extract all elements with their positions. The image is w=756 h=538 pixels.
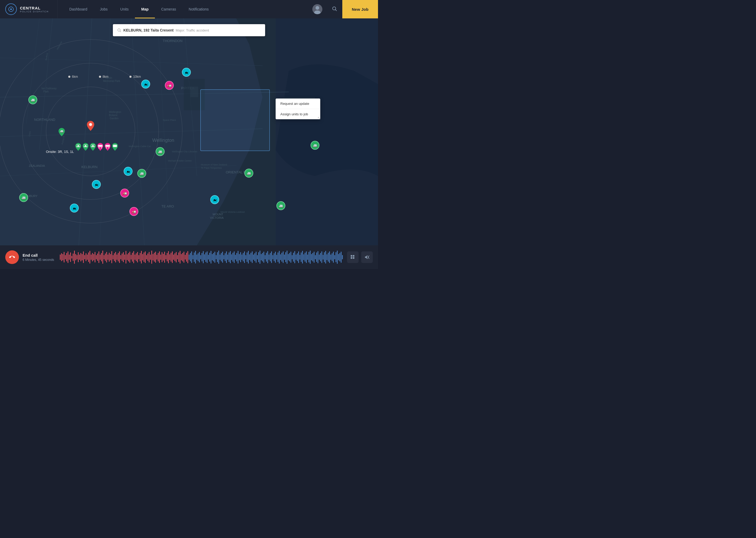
unit-green-van-rightedge[interactable]: 🚐	[310, 141, 319, 150]
incident-pin[interactable]	[86, 120, 95, 131]
context-menu-assign-units[interactable]: Assign units to job	[276, 109, 320, 119]
unit-pink-truck-1[interactable]: 🚛	[165, 81, 174, 90]
svg-rect-138	[148, 253, 148, 261]
unit-pink-truck-lower[interactable]: 🚛	[120, 188, 129, 197]
svg-rect-99	[97, 253, 98, 261]
svg-rect-228	[263, 252, 264, 263]
unit-pin-green-van[interactable]	[75, 142, 82, 152]
grid-button[interactable]	[347, 251, 358, 263]
header: CENTRAL POLICE DISPATCH Dashboard Jobs U…	[0, 0, 378, 19]
svg-text:Space Place: Space Place	[163, 119, 176, 121]
svg-rect-168	[186, 253, 187, 262]
nav-map[interactable]: Map	[135, 0, 155, 19]
end-call-button[interactable]	[5, 250, 19, 264]
unit-green-van-midright[interactable]: 🚐	[137, 169, 146, 178]
svg-rect-257	[301, 252, 302, 262]
call-duration: 6 Minutes, 45 seconds	[23, 258, 54, 262]
svg-rect-111	[113, 255, 114, 259]
svg-rect-285	[337, 250, 338, 264]
svg-rect-96	[93, 254, 94, 260]
map-search-bar[interactable]: KELBURN, 192 Taita Cresent Major: Traffi…	[113, 24, 265, 36]
svg-text:Wellington: Wellington	[109, 111, 121, 114]
svg-rect-110	[111, 251, 112, 263]
unit-pin-green-van-2[interactable]	[82, 142, 89, 152]
unit-green-van-mid[interactable]: 🚐	[156, 147, 165, 156]
context-menu-request-update[interactable]: Request an update	[276, 98, 320, 109]
svg-rect-278	[328, 253, 329, 262]
unit-pin-green-1[interactable]: 🚐	[58, 128, 65, 138]
nav-notifications[interactable]: Notifications	[182, 0, 215, 19]
unit-cyan-motorcycle-1[interactable]: 🏍	[141, 80, 150, 88]
svg-rect-203	[231, 254, 232, 260]
svg-rect-90	[86, 253, 86, 261]
svg-rect-218	[251, 253, 252, 262]
svg-rect-234	[271, 251, 272, 263]
svg-rect-216	[248, 251, 249, 263]
svg-rect-222	[256, 252, 257, 263]
svg-rect-132	[140, 253, 140, 261]
svg-rect-193	[218, 250, 219, 264]
svg-rect-150	[163, 254, 164, 261]
unit-green-van-farleft[interactable]: 🚐	[19, 193, 28, 202]
unit-cyan-motorcycle-lower[interactable]: 🏍	[92, 180, 101, 189]
unit-cyan-motorcycle-oriental[interactable]: 🏍	[210, 195, 219, 204]
mute-button[interactable]	[361, 251, 373, 263]
svg-rect-185	[208, 255, 209, 259]
svg-rect-169	[187, 251, 188, 263]
svg-rect-164	[181, 254, 182, 260]
distance-labels: 6km 8km 10km	[68, 75, 141, 79]
svg-text:Memorial Park: Memorial Park	[103, 80, 120, 82]
svg-rect-251	[293, 253, 294, 262]
user-avatar[interactable]	[312, 4, 322, 14]
map-highlight-box	[200, 89, 270, 151]
svg-rect-274	[323, 255, 323, 259]
context-menu: Request an update Assign units to job	[276, 98, 320, 119]
unit-pink-truck-bottom[interactable]: 🚛	[129, 207, 138, 216]
svg-text:THORNDON: THORNDON	[163, 39, 182, 43]
unit-cyan-motorcycle-2[interactable]: 🏍	[182, 68, 191, 77]
svg-rect-223	[257, 255, 258, 259]
unit-green-van-farright[interactable]: 🚐	[276, 201, 285, 210]
svg-rect-115	[118, 253, 118, 261]
unit-pin-green-van-3[interactable]	[89, 142, 96, 152]
nav-dashboard[interactable]: Dashboard	[63, 0, 94, 19]
svg-rect-271	[319, 254, 320, 260]
svg-rect-253	[296, 254, 296, 260]
svg-rect-292	[351, 257, 352, 259]
svg-rect-217	[249, 254, 250, 260]
svg-rect-77	[69, 254, 70, 260]
svg-rect-243	[283, 251, 283, 263]
nav-jobs[interactable]: Jobs	[94, 0, 114, 19]
svg-rect-199	[226, 251, 227, 263]
header-search-button[interactable]	[327, 6, 342, 13]
svg-rect-88	[83, 251, 84, 263]
svg-rect-70	[60, 254, 61, 260]
svg-rect-92	[88, 252, 89, 262]
svg-rect-153	[167, 253, 167, 261]
svg-rect-75	[67, 253, 67, 261]
unit-pin-green-sm[interactable]	[112, 142, 118, 152]
svg-rect-280	[330, 254, 331, 260]
main-nav: Dashboard Jobs Units Map Cameras Notific…	[58, 0, 312, 19]
unit-cyan-motorcycle-mid[interactable]: 🏍	[124, 167, 132, 176]
new-job-button[interactable]: New Job	[342, 0, 378, 19]
audio-waveform	[59, 249, 343, 265]
unit-cyan-motorcycle-bottom[interactable]: 🏍	[70, 204, 79, 213]
map-container[interactable]: THORNDON PIPITEA NORTHLAND Wellington KE…	[0, 19, 378, 245]
svg-rect-84	[78, 252, 79, 262]
unit-pin-pink-2[interactable]	[104, 142, 111, 152]
unit-pin-pink-1[interactable]	[97, 142, 104, 152]
svg-rect-191	[216, 255, 216, 259]
unit-green-van-orientalbay[interactable]: 🚐	[244, 169, 253, 178]
svg-rect-187	[211, 251, 211, 263]
svg-rect-97	[95, 252, 96, 262]
nav-cameras[interactable]: Cameras	[155, 0, 182, 19]
svg-rect-116	[119, 251, 120, 263]
svg-rect-260	[305, 253, 306, 262]
svg-rect-126	[132, 253, 133, 262]
svg-rect-232	[268, 254, 269, 260]
unit-green-van-topleft[interactable]: 🚐	[28, 95, 37, 104]
svg-rect-198	[225, 253, 225, 261]
svg-rect-259	[304, 254, 304, 260]
nav-units[interactable]: Units	[114, 0, 135, 19]
